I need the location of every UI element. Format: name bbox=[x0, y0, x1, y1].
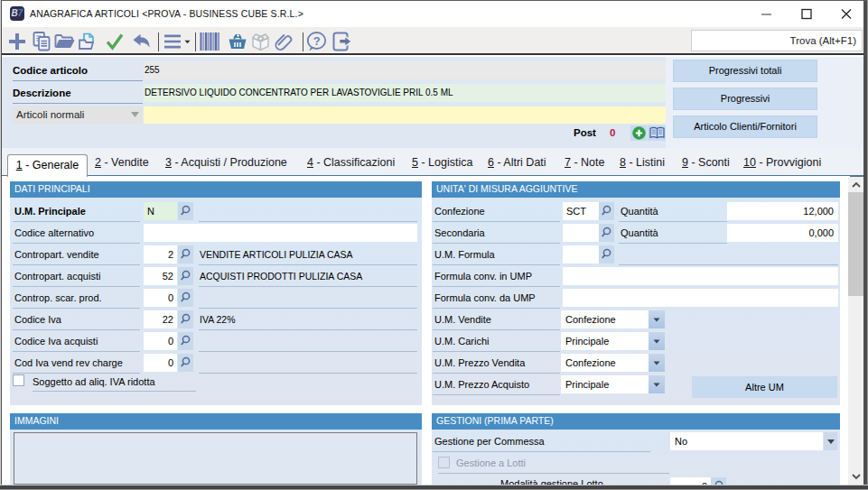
svg-text:?: ? bbox=[313, 34, 321, 48]
